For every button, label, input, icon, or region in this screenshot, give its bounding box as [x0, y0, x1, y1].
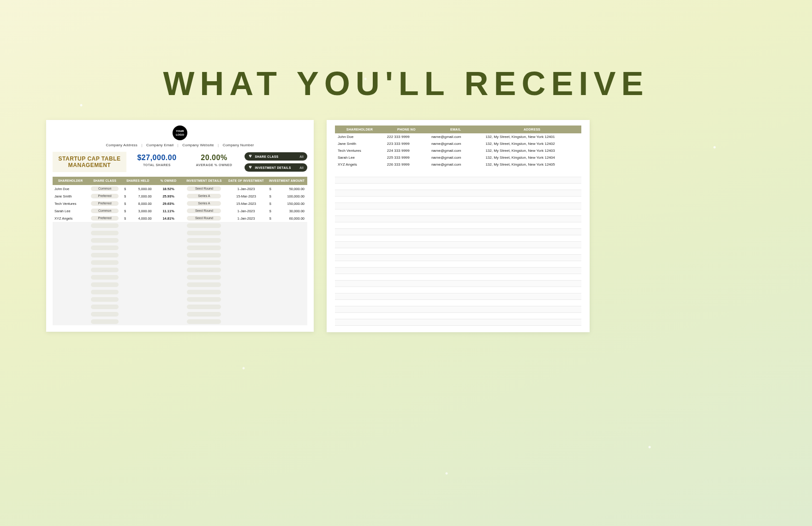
empty-line	[335, 222, 581, 229]
cell-shareholder: Tech Ventures	[53, 200, 88, 207]
cell-shareholder: XYZ Angels	[335, 161, 384, 168]
filter-share-class[interactable]: ⛛ SHARE CLASS All	[245, 152, 307, 161]
filter-icon: ⛛	[248, 155, 252, 158]
cell-pct-owned: 29.63%	[155, 200, 183, 207]
col2-address: ADDRESS	[483, 126, 581, 133]
metric-total-shares-value: $27,000.00	[132, 154, 182, 162]
cell-investment-details: Seed Round	[182, 207, 226, 215]
empty-line	[335, 190, 581, 197]
cell-address: 132, My Street, Kingston, New York 12401	[483, 133, 581, 140]
cell-shareholder: Sarah Lee	[53, 207, 88, 215]
cell-email: name@gmail.com	[429, 133, 483, 140]
cell-share-class: Common	[88, 207, 121, 215]
cell-shareholder: Jane Smith	[53, 192, 88, 200]
cell-share-class: Common	[88, 185, 121, 192]
table-row-empty	[53, 288, 307, 296]
cell-pct-owned: 11.11%	[155, 207, 183, 215]
table-row: John DoeCommon$5,000.0018.52%Seed Round1…	[53, 185, 307, 192]
company-info-line: Company Address | Company Email | Compan…	[53, 143, 307, 147]
empty-line	[335, 242, 581, 248]
cell-shareholder: Sarah Lee	[335, 154, 384, 161]
cell-date: 15-Mar-2023	[226, 192, 266, 200]
page-title: WHAT YOU'LL RECEIVE	[0, 65, 812, 102]
cell-address: 132, My Street, Kingston, New York 12404	[483, 154, 581, 161]
empty-line	[335, 293, 581, 300]
empty-line	[335, 171, 581, 177]
table-row-empty	[53, 318, 307, 325]
empty-line	[335, 235, 581, 242]
cell-phone: 222 333 9999	[384, 133, 429, 140]
empty-line	[335, 248, 581, 255]
table-row: XYZ AngelsPreferred$4,000.0014.81%Seed R…	[53, 215, 307, 222]
cell-shares-held: $5,000.00	[121, 185, 155, 192]
col-amount: INVESTMENT AMOUNT	[267, 177, 307, 185]
table-row-empty	[53, 274, 307, 281]
cell-investment-details: Series A	[182, 192, 226, 200]
empty-line	[335, 306, 581, 313]
empty-line	[335, 274, 581, 281]
cell-shares-held: $3,000.00	[121, 207, 155, 215]
empty-line	[335, 268, 581, 274]
cap-table-preview-card: YOUR LOGO Company Address | Company Emai…	[46, 120, 314, 332]
col-shares-held: SHARES HELD	[121, 177, 155, 185]
empty-line	[335, 197, 581, 203]
empty-line	[335, 184, 581, 190]
contacts-table: SHAREHOLDER PHONE NO EMAIL ADDRESS John …	[335, 126, 581, 168]
empty-line	[335, 209, 581, 216]
cell-investment-details: Seed Round	[182, 185, 226, 192]
empty-rows-area	[335, 171, 581, 326]
col-share-class: SHARE CLASS	[88, 177, 121, 185]
cell-shares-held: $4,000.00	[121, 215, 155, 222]
filter-investment-value: All	[300, 166, 304, 169]
empty-line	[335, 281, 581, 287]
company-address: Company Address	[106, 143, 137, 147]
col-pct-owned: % OWNED	[155, 177, 183, 185]
table-row-empty	[53, 303, 307, 311]
logo-text-1: YOUR	[176, 130, 184, 132]
table-row: Jane SmithPreferred$7,000.0025.93%Series…	[53, 192, 307, 200]
cell-phone: 224 333 9999	[384, 147, 429, 154]
filter-investment-details[interactable]: ⛛ INVESTMENT DETAILS All	[245, 163, 307, 172]
table-row-empty	[53, 251, 307, 259]
cell-pct-owned: 25.93%	[155, 192, 183, 200]
cell-amount: $60,000.00	[267, 215, 307, 222]
empty-line	[335, 261, 581, 268]
metric-avg-owned-label: AVERAGE % OWNED	[189, 163, 239, 167]
company-website: Company Website	[182, 143, 214, 147]
cell-amount: $150,000.00	[267, 200, 307, 207]
company-email: Company Email	[146, 143, 173, 147]
cell-pct-owned: 18.52%	[155, 185, 183, 192]
cell-date: 15-Mar-2023	[226, 200, 266, 207]
company-number: Company Number	[223, 143, 254, 147]
table-row-empty	[53, 229, 307, 237]
cell-investment-details: Seed Round	[182, 215, 226, 222]
cell-date: 1-Jan-2023	[226, 185, 266, 192]
cell-shareholder: John Doe	[335, 133, 384, 140]
logo-text-2: LOGO	[176, 133, 184, 136]
cell-email: name@gmail.com	[429, 140, 483, 147]
filter-share-class-label: SHARE CLASS	[255, 155, 298, 158]
table-row-empty	[53, 222, 307, 229]
logo-placeholder: YOUR LOGO	[173, 126, 187, 140]
cell-investment-details: Series A	[182, 200, 226, 207]
table-row: John Doe222 333 9999name@gmail.com132, M…	[335, 133, 581, 140]
table-row: Tech Ventures224 333 9999name@gmail.com1…	[335, 147, 581, 154]
metric-avg-owned-value: 20.00%	[189, 154, 239, 162]
cell-date: 1-Jan-2023	[226, 215, 266, 222]
cell-share-class: Preferred	[88, 192, 121, 200]
col-date: DATE OF INVESTMENT	[226, 177, 266, 185]
cell-phone: 223 333 9999	[384, 140, 429, 147]
metric-avg-owned: 20.00% AVERAGE % OWNED	[187, 152, 241, 172]
table-row-empty	[53, 259, 307, 266]
empty-line	[335, 203, 581, 209]
filter-share-class-value: All	[300, 155, 304, 158]
shareholder-details-preview-card: SHAREHOLDER PHONE NO EMAIL ADDRESS John …	[327, 120, 590, 332]
cell-share-class: Preferred	[88, 215, 121, 222]
filter-icon: ⛛	[248, 166, 252, 169]
cell-address: 132, My Street, Kingston, New York 12403	[483, 147, 581, 154]
cell-email: name@gmail.com	[429, 161, 483, 168]
col-shareholder: SHAREHOLDER	[53, 177, 88, 185]
table-row-empty	[53, 281, 307, 288]
cell-email: name@gmail.com	[429, 147, 483, 154]
empty-line	[335, 300, 581, 306]
